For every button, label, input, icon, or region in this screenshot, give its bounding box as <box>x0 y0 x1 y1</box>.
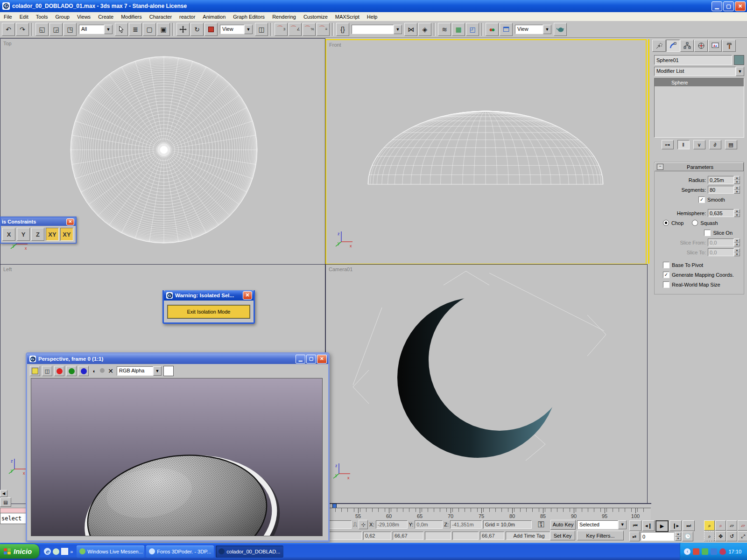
tab-motion-icon[interactable] <box>694 40 708 52</box>
menu-group[interactable]: Group <box>51 13 73 21</box>
menu-tools[interactable]: Tools <box>32 13 52 21</box>
reference-coordinate-dropdown[interactable]: View▼ <box>220 25 253 34</box>
slice-to-spinner[interactable]: ▲▼ <box>734 248 740 256</box>
select-by-name-icon[interactable]: ≣ <box>129 23 142 36</box>
menu-graph-editors[interactable]: Graph Editors <box>229 13 268 21</box>
alpha-channel-icon[interactable] <box>100 368 105 374</box>
modifier-list-dropdown[interactable]: Modifier List▼ <box>654 67 744 76</box>
squash-radio[interactable] <box>692 220 698 226</box>
maxscript-mini-listener[interactable]: select <box>0 513 28 524</box>
zoom-extents-all-icon[interactable]: ▱ <box>738 520 747 531</box>
curve-editor-icon[interactable]: ▦ <box>452 23 465 36</box>
tray-icon-2[interactable] <box>702 548 708 555</box>
taskbar-task-2[interactable]: Foros 3DPoder. - 3DP... <box>146 546 214 558</box>
arc-rotate-icon[interactable]: ↺ <box>726 531 737 541</box>
auto-key-button[interactable]: Auto Key <box>550 520 576 530</box>
exit-isolation-mode-button[interactable]: Exit Isolation Mode <box>168 305 250 318</box>
track-bar-ruler[interactable]: 556065707580859095100 <box>330 508 651 520</box>
material-editor-icon[interactable]: ●● <box>486 23 499 36</box>
schematic-view-icon[interactable]: ◰ <box>466 23 479 36</box>
warning-dialog-titlebar[interactable]: G Warning: Isolated Sel... ✕ <box>164 290 254 301</box>
start-button[interactable]: Inicio <box>0 544 39 559</box>
axis-constraint-z-button[interactable]: Z <box>31 228 44 241</box>
object-name-field[interactable]: Sphere01 <box>654 55 732 65</box>
red-channel-icon[interactable] <box>54 366 64 376</box>
chop-radio[interactable] <box>663 220 669 226</box>
quicklaunch-ie-icon[interactable]: e <box>44 548 51 555</box>
undo-icon[interactable]: ↶ <box>2 23 15 36</box>
frame-spinner[interactable]: ▲▼ <box>675 532 681 541</box>
show-desktop-icon[interactable] <box>61 548 68 555</box>
slice-on-checkbox[interactable] <box>704 230 711 236</box>
menu-character[interactable]: Character <box>146 13 176 21</box>
status-row2-field-3[interactable] <box>425 532 451 540</box>
set-key-button[interactable]: Set Key <box>550 531 575 540</box>
status-row2-field-1[interactable]: 0,62 <box>363 532 391 540</box>
percent-snap-icon[interactable]: ⌒% <box>303 23 316 36</box>
axis-constraint-xy-button[interactable]: XY <box>60 228 73 241</box>
zoom-all-icon[interactable]: ⌕ <box>715 520 726 531</box>
base-to-pivot-checkbox[interactable] <box>663 262 669 268</box>
pan-view-icon[interactable]: ✥ <box>715 531 726 541</box>
slice-from-field[interactable]: 0,0 <box>708 238 734 246</box>
tray-icon-3[interactable] <box>711 548 717 555</box>
axis-constraints-close-icon[interactable]: ✕ <box>66 218 74 225</box>
select-and-move-icon[interactable] <box>176 23 190 36</box>
bind-to-spacewarp-icon[interactable]: ◳ <box>63 23 77 36</box>
select-and-link-icon[interactable]: ◱ <box>35 23 49 36</box>
warning-dialog-close-icon[interactable]: ✕ <box>243 291 252 300</box>
make-unique-icon[interactable]: ∨ <box>693 140 705 149</box>
key-mode-toggle-icon[interactable]: ⏯ <box>629 532 640 541</box>
min-max-toggle-icon[interactable]: ⤢ <box>738 531 747 541</box>
y-coord-field[interactable]: 0,0m <box>415 520 443 529</box>
region-zoom-icon[interactable]: ⌕ <box>704 531 715 541</box>
tab-create-icon[interactable] <box>652 40 666 52</box>
use-pivot-point-icon[interactable]: ◫ <box>255 23 268 36</box>
tray-chevron-icon[interactable]: ‹ <box>684 548 691 555</box>
align-icon[interactable]: ◈ <box>418 23 431 36</box>
render-scene-icon[interactable]: 🗖 <box>500 23 513 36</box>
slice-to-field[interactable]: 0,0 <box>708 248 734 256</box>
tray-icon-4[interactable] <box>719 548 726 555</box>
rectangular-selection-region-icon[interactable]: ▢ <box>143 23 156 36</box>
parameters-rollout-header[interactable]: − Parameters <box>655 162 744 171</box>
monochrome-icon[interactable]: ◐ <box>91 368 98 374</box>
selection-filter-dropdown[interactable]: All▼ <box>79 25 113 34</box>
go-to-start-icon[interactable]: ⏮ <box>629 520 641 531</box>
modifier-stack[interactable]: Sphere <box>654 78 744 138</box>
clear-render-icon[interactable]: ✕ <box>106 367 115 375</box>
selection-lock-icon[interactable]: ⎍ <box>353 521 357 528</box>
select-object-icon[interactable] <box>115 23 128 36</box>
background-color-swatch[interactable] <box>163 366 174 376</box>
snap-toggle-icon[interactable]: ⌒3 <box>275 23 288 36</box>
green-channel-icon[interactable] <box>66 366 77 376</box>
tray-icon-1[interactable] <box>693 548 699 555</box>
add-time-tag-button[interactable]: Add Time Tag <box>506 532 552 540</box>
z-coord-field[interactable]: -41,351m <box>450 520 482 529</box>
previous-frame-icon[interactable]: ◂❙ <box>642 520 655 531</box>
quick-render-teapot-icon[interactable] <box>554 23 567 36</box>
menu-animation[interactable]: Animation <box>199 13 229 21</box>
maximize-button[interactable]: ▢ <box>723 1 734 11</box>
menu-reactor[interactable]: reactor <box>176 13 199 21</box>
axis-constraint-y-button[interactable]: Y <box>17 228 30 241</box>
slice-from-spinner[interactable]: ▲▼ <box>734 238 740 246</box>
absolute-offset-toggle-icon[interactable]: ⊹ <box>359 520 368 529</box>
hemisphere-spinner[interactable]: ▲▼ <box>734 209 740 217</box>
zoom-extents-icon[interactable]: ▱ <box>726 520 737 531</box>
render-type-dropdown[interactable]: View▼ <box>515 25 551 34</box>
collapse-rollout-icon[interactable]: − <box>657 164 663 170</box>
taskbar-task-3[interactable]: colador_00_DOBLAD... <box>216 546 283 558</box>
pin-stack-icon[interactable]: ⊶ <box>662 140 674 149</box>
smooth-checkbox[interactable]: ✓ <box>698 196 705 203</box>
menu-help[interactable]: Help <box>363 13 381 21</box>
show-end-result-icon[interactable]: ‖ <box>677 140 690 149</box>
menu-file[interactable]: File <box>0 13 16 21</box>
quicklaunch-chevron-icon[interactable]: » <box>70 549 73 554</box>
menu-rendering[interactable]: Rendering <box>268 13 300 21</box>
time-configuration-icon[interactable]: 🕒 <box>682 532 693 541</box>
redo-icon[interactable]: ↷ <box>16 23 29 36</box>
zoom-icon[interactable]: ⌕ <box>704 520 715 531</box>
menu-maxscript[interactable]: MAXScript <box>331 13 363 21</box>
modifier-stack-item-sphere[interactable]: Sphere <box>655 78 744 86</box>
